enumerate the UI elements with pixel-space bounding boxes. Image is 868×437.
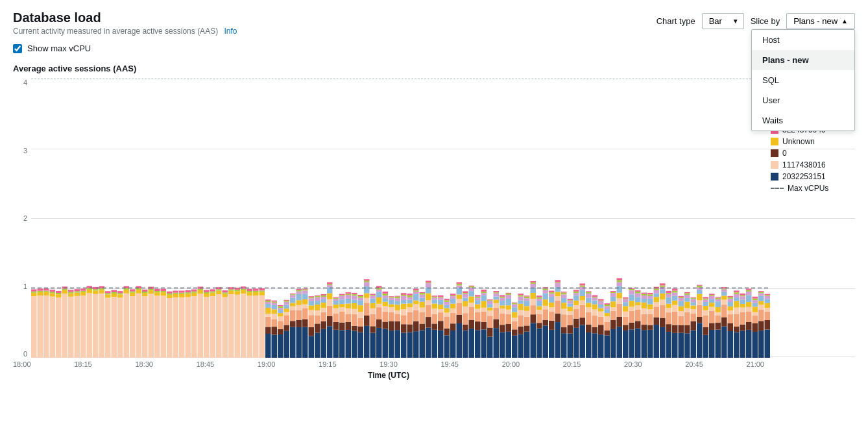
svg-rect-816 [716,298,721,299]
svg-rect-259 [333,297,339,297]
svg-rect-420 [444,300,450,301]
svg-rect-620 [586,332,592,358]
svg-rect-183 [284,308,290,312]
svg-rect-601 [568,299,573,300]
x-label-1900: 19:00 [258,360,276,368]
svg-rect-757 [679,316,684,325]
svg-rect-765 [684,325,690,333]
svg-rect-668 [617,298,623,303]
svg-rect-326 [383,306,389,312]
svg-rect-148 [259,295,265,358]
svg-rect-187 [284,300,290,301]
svg-rect-566 [549,330,555,358]
svg-rect-98 [179,293,185,294]
svg-rect-508 [506,299,512,305]
svg-rect-231 [315,296,320,297]
svg-rect-539 [531,323,536,358]
svg-rect-860 [746,292,752,295]
svg-rect-271 [346,314,352,321]
slice-by-button[interactable]: Plans - new ▲ [786,13,855,29]
svg-rect-400 [432,300,438,304]
svg-rect-770 [684,295,690,298]
svg-rect-248 [327,285,333,287]
svg-rect-558 [543,320,549,326]
legend-item-max-vcpus: Max vCPUs [771,184,855,193]
chart-type-label: Chart type [657,16,695,26]
svg-rect-623 [586,307,592,312]
chart-type-select[interactable]: Bar Line [702,13,744,29]
dropdown-item-host[interactable]: Host [752,30,854,50]
svg-rect-13 [50,293,56,296]
svg-rect-852 [740,295,746,297]
svg-rect-853 [740,293,746,295]
svg-rect-95 [173,291,179,293]
svg-rect-125 [223,293,228,297]
svg-rect-625 [586,298,592,303]
svg-rect-663 [610,292,616,293]
svg-rect-327 [383,302,389,306]
svg-rect-624 [586,303,592,308]
svg-rect-719 [654,325,660,358]
svg-rect-264 [339,304,345,307]
svg-rect-746 [672,333,678,358]
svg-rect-336 [389,304,394,307]
svg-rect-699 [635,292,641,293]
svg-rect-599 [568,301,573,303]
svg-rect-122 [216,289,222,290]
svg-rect-448 [463,292,468,293]
svg-rect-551 [536,310,542,314]
svg-rect-808 [709,293,715,295]
svg-rect-463 [475,300,481,304]
svg-rect-366 [407,295,413,297]
svg-rect-137 [241,290,247,293]
svg-rect-507 [506,305,512,310]
svg-rect-82 [154,291,160,292]
dropdown-item-user[interactable]: User [752,90,854,110]
svg-rect-586 [561,314,567,327]
svg-rect-662 [610,293,616,297]
info-link[interactable]: Info [224,27,237,36]
svg-rect-602 [573,328,579,358]
svg-rect-412 [438,295,444,297]
svg-rect-773 [691,331,697,358]
dropdown-item-plans-new[interactable]: Plans - new [752,50,854,70]
dropdown-item-sql[interactable]: SQL [752,70,854,90]
svg-rect-128 [228,294,234,358]
dropdown-item-waits[interactable]: Waits [752,110,854,131]
svg-rect-399 [432,303,438,308]
svg-rect-99 [179,291,185,293]
svg-rect-367 [407,293,413,295]
svg-rect-5 [38,292,43,295]
svg-rect-414 [444,329,450,336]
svg-rect-474 [481,292,487,293]
svg-rect-64 [130,296,136,358]
svg-rect-534 [524,306,530,310]
svg-rect-74 [142,292,148,293]
y-label-1: 1 [13,282,27,290]
svg-rect-520 [512,303,518,303]
svg-rect-270 [346,322,352,330]
svg-rect-346 [395,301,401,305]
svg-rect-403 [432,295,438,296]
svg-rect-453 [469,296,475,303]
svg-rect-547 [531,281,536,282]
show-max-vcpu-checkbox[interactable] [13,44,22,53]
show-max-vcpu-label[interactable]: Show max vCPU [27,44,91,53]
svg-rect-667 [617,304,623,317]
svg-rect-16 [56,297,62,358]
svg-rect-150 [259,290,265,292]
svg-rect-209 [302,305,308,308]
svg-rect-469 [481,312,487,322]
svg-rect-710 [647,330,653,358]
svg-rect-310 [370,299,376,303]
svg-rect-785 [697,300,703,305]
svg-rect-134 [235,290,241,291]
svg-rect-777 [691,305,697,309]
svg-rect-574 [549,291,555,293]
svg-rect-561 [543,299,549,306]
svg-rect-341 [395,330,401,358]
svg-rect-559 [543,309,549,319]
svg-rect-526 [518,301,524,304]
svg-rect-325 [383,312,389,322]
svg-rect-528 [518,295,524,296]
